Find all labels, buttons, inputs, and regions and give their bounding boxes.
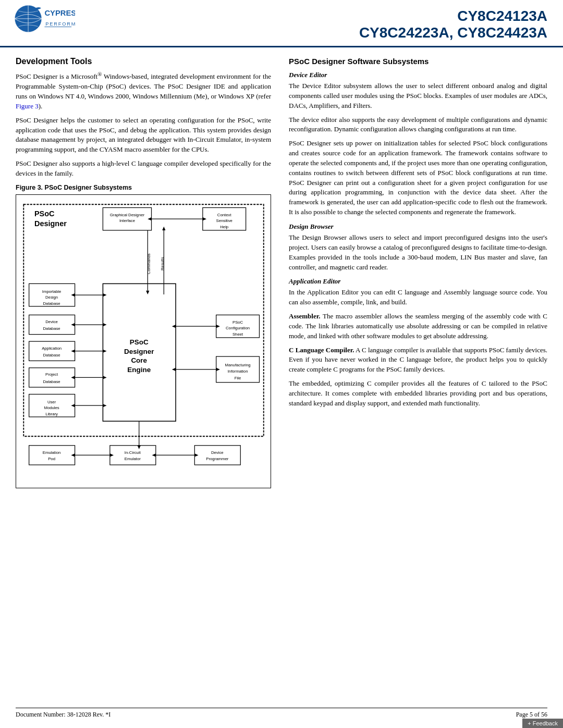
svg-text:User: User [47,400,56,404]
svg-text:Sheet: Sheet [232,331,243,336]
svg-marker-92 [194,453,198,456]
svg-text:PSoC: PSoC [232,320,243,325]
svg-text:PERFORM: PERFORM [45,21,75,27]
c-compiler-para: C Language Compiler. A C language compil… [289,346,547,375]
svg-text:Designer: Designer [124,348,154,355]
svg-text:Engine: Engine [127,366,151,374]
device-editor-para-3: PSoC Designer sets up power on initializ… [289,139,547,217]
svg-marker-22 [146,291,149,294]
svg-marker-46 [71,323,75,326]
logo-container: CYPRESS PERFORM [0,0,83,44]
figure3-link[interactable]: Figure 3 [16,102,39,110]
svg-text:Database: Database [43,379,60,384]
svg-text:Database: Database [43,301,60,306]
svg-marker-75 [216,368,220,371]
title-line1: CY8C24123A [457,8,547,24]
svg-text:Project: Project [45,372,58,377]
svg-marker-88 [71,453,75,456]
svg-text:Context: Context [217,213,232,217]
svg-marker-74 [172,368,176,371]
svg-text:Emulation: Emulation [43,450,60,455]
assembler-para: Assembler. The macro assembler allows th… [289,312,547,341]
svg-text:Manufacturing: Manufacturing [225,362,251,367]
design-browser-para-1: The Design Browser allows users to selec… [289,233,547,272]
svg-marker-17 [203,217,206,220]
svg-text:Importable: Importable [42,289,62,294]
right-column: PSoC Designer Software Subsystems Device… [282,57,547,488]
svg-text:Database: Database [43,353,60,357]
svg-marker-18 [148,217,151,220]
page-title-container: CY8C24123A CY8C24223A, CY8C24423A [83,0,563,44]
subsection-title-app-editor: Application Editor [289,277,547,286]
cypress-logo: CYPRESS PERFORM [7,5,75,36]
figure-caption: Figure 3. PSoC Designer Subsystems [16,184,271,191]
main-content: Development Tools PSoC Designer is a Mic… [0,47,563,493]
svg-text:Emulator: Emulator [125,456,141,461]
page-header: CYPRESS PERFORM CY8C24123A CY8C24223A, C… [0,0,563,47]
svg-rect-79 [110,446,156,465]
svg-text:Application: Application [42,346,62,350]
svg-marker-55 [71,404,75,407]
svg-text:Library: Library [45,412,58,416]
svg-text:Design: Design [45,295,58,300]
svg-marker-47 [103,323,106,326]
svg-marker-50 [103,349,106,352]
svg-text:In-Circuit: In-Circuit [125,450,141,455]
svg-text:Sensitive: Sensitive [216,218,232,223]
svg-marker-86 [138,446,141,449]
page-number: Page 5 of 56 [516,711,547,719]
svg-text:Graphical Designer: Graphical Designer [110,213,145,217]
svg-text:CYPRESS: CYPRESS [44,9,75,17]
svg-text:Pod: Pod [48,456,55,461]
device-editor-para-1: The Device Editor subsystem allows the u… [289,81,547,111]
feedback-button[interactable]: + Feedback [522,719,563,728]
left-para-2: PSoC Designer helps the customer to sele… [16,116,271,155]
svg-text:Configuration: Configuration [226,326,250,330]
svg-rect-93 [23,204,263,436]
title-line2: CY8C24223A, CY8C24423A [359,24,547,41]
svg-text:PSoC: PSoC [34,209,55,218]
svg-text:Designer: Designer [34,219,67,227]
svg-marker-91 [152,453,156,456]
svg-marker-44 [103,293,106,297]
psoc-diagram: PSoC Designer Graphical Designer Interfa… [16,194,271,488]
svg-text:Core: Core [131,356,147,364]
svg-text:Device: Device [211,450,224,455]
svg-text:Database: Database [43,326,60,331]
left-column: Development Tools PSoC Designer is a Mic… [16,57,282,488]
svg-marker-49 [71,349,75,352]
svg-marker-71 [172,325,176,328]
svg-text:Help: Help [220,225,228,229]
svg-text:Information: Information [228,369,248,374]
svg-text:Programmer: Programmer [206,456,228,461]
svg-text:Interface: Interface [119,218,135,223]
svg-text:PSoC: PSoC [130,338,149,346]
svg-rect-76 [29,446,75,465]
left-section-title: Development Tools [16,57,271,66]
page-footer: Document Number: 38-12028 Rev. *I Page 5… [16,708,547,719]
app-editor-para-1: In the Application Editor you can edit C… [289,288,547,307]
svg-rect-35 [29,368,75,387]
svg-marker-53 [103,376,106,379]
svg-marker-52 [71,376,75,379]
svg-marker-56 [103,404,106,407]
diagram-svg: PSoC Designer Graphical Designer Interfa… [19,200,267,480]
svg-text:File: File [235,375,241,380]
subsection-title-device-editor: Device Editor [289,71,547,79]
svg-marker-72 [216,325,220,328]
device-editor-para-2: The device editor also supports the easy… [289,115,547,135]
svg-text:Device: Device [45,319,58,324]
svg-marker-89 [110,453,114,456]
left-para-1: PSoC Designer is a Microsoft® Windows-ba… [16,70,271,112]
svg-marker-43 [71,293,75,297]
embedded-compiler-para: The embedded, optimizing C compiler prov… [289,379,547,409]
svg-rect-32 [29,341,75,361]
svg-text:Results: Results [160,257,165,270]
svg-text:Modules: Modules [44,405,59,410]
left-para-3: PSoC Designer also supports a high-level… [16,159,271,179]
svg-rect-82 [194,446,240,465]
svg-rect-29 [29,315,75,334]
svg-marker-24 [162,226,165,230]
doc-number: Document Number: 38-12028 Rev. *I [16,711,111,719]
right-section-title: PSoC Designer Software Subsystems [289,57,547,66]
